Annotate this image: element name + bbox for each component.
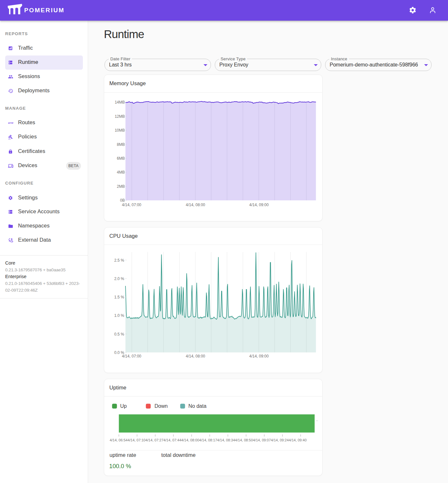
svg-text:1.0 %: 1.0 %: [114, 313, 124, 318]
svg-text:100.0 %: 100.0 %: [109, 463, 131, 469]
svg-text:4/14, 09:00: 4/14, 09:00: [249, 203, 269, 207]
svg-text:Up: Up: [120, 403, 127, 409]
svg-text:2.5 %: 2.5 %: [114, 258, 124, 263]
svg-text:6MB: 6MB: [117, 156, 125, 161]
svg-text:4/14, 07:00: 4/14, 07:00: [122, 354, 141, 358]
svg-text:uptime rate: uptime rate: [110, 452, 136, 458]
svg-text:8MB: 8MB: [117, 142, 125, 147]
svg-text:4/14, 06:544/14, 07:104/14, 07: 4/14, 06:544/14, 07:104/14, 07:274/14, 0…: [110, 438, 307, 442]
svg-text:0B: 0B: [120, 198, 125, 203]
svg-text:2.0 %: 2.0 %: [114, 277, 124, 281]
svg-text:4/14, 08:00: 4/14, 08:00: [186, 354, 205, 358]
svg-text:4/14, 09:00: 4/14, 09:00: [249, 354, 269, 358]
svg-text:Down: Down: [154, 403, 168, 409]
svg-text:total downtime: total downtime: [161, 452, 195, 458]
svg-text:12MB: 12MB: [115, 114, 125, 119]
svg-text:10MB: 10MB: [115, 128, 125, 133]
svg-text:No data: No data: [188, 403, 206, 409]
svg-text:4MB: 4MB: [117, 170, 125, 175]
svg-text:1.5 %: 1.5 %: [114, 295, 124, 299]
svg-text:14MB: 14MB: [115, 100, 125, 105]
svg-text:0.5 %: 0.5 %: [114, 332, 124, 337]
svg-text:4/14, 08:00: 4/14, 08:00: [186, 203, 205, 207]
svg-text:2MB: 2MB: [117, 184, 125, 189]
svg-text:4/14, 07:00: 4/14, 07:00: [122, 203, 141, 207]
